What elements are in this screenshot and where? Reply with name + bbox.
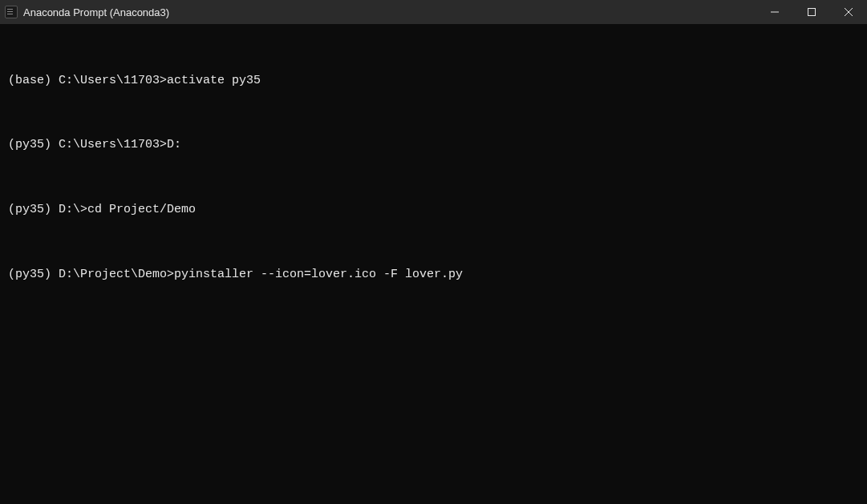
window-title: Anaconda Prompt (Anaconda3) (23, 6, 169, 18)
titlebar-left: Anaconda Prompt (Anaconda3) (0, 6, 169, 18)
close-button[interactable] (830, 0, 867, 24)
app-icon (5, 6, 18, 18)
window-controls (756, 0, 867, 24)
window-titlebar: Anaconda Prompt (Anaconda3) (0, 0, 867, 24)
maximize-button[interactable] (793, 0, 830, 24)
terminal-content[interactable]: (base) C:\Users\11703>activate py35 (py3… (0, 24, 867, 307)
maximize-icon (808, 8, 816, 16)
terminal-line: (base) C:\Users\11703>activate py35 (8, 73, 859, 89)
terminal-line: (py35) D:\Project\Demo>pyinstaller --ico… (8, 267, 859, 283)
terminal-line: (py35) D:\>cd Project/Demo (8, 202, 859, 218)
svg-rect-1 (808, 9, 816, 16)
close-icon (845, 8, 853, 16)
minimize-button[interactable] (756, 0, 793, 24)
terminal-line: (py35) C:\Users\11703>D: (8, 137, 859, 153)
minimize-icon (771, 8, 779, 16)
